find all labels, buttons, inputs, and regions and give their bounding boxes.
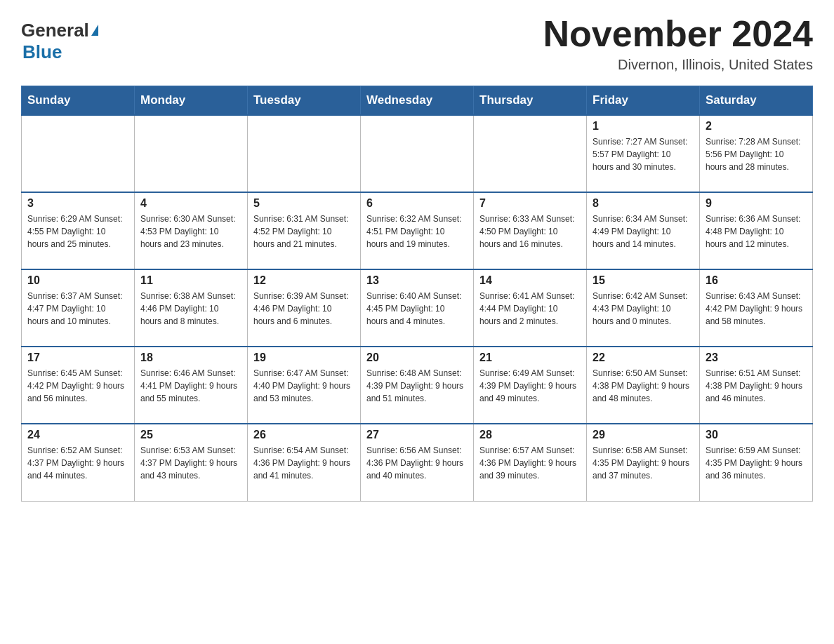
- day-cell: 28Sunrise: 6:57 AM Sunset: 4:36 PM Dayli…: [474, 424, 587, 501]
- day-number: 28: [479, 429, 581, 441]
- day-info: Sunrise: 6:41 AM Sunset: 4:44 PM Dayligh…: [479, 290, 581, 328]
- day-info: Sunrise: 6:59 AM Sunset: 4:35 PM Dayligh…: [706, 444, 807, 482]
- day-number: 20: [366, 351, 468, 364]
- day-cell: 8Sunrise: 6:34 AM Sunset: 4:49 PM Daylig…: [587, 192, 700, 269]
- day-number: 9: [706, 197, 807, 210]
- day-cell: 13Sunrise: 6:40 AM Sunset: 4:45 PM Dayli…: [361, 269, 474, 347]
- column-header-thursday: Thursday: [474, 86, 587, 116]
- day-info: Sunrise: 6:38 AM Sunset: 4:46 PM Dayligh…: [140, 290, 241, 328]
- day-info: Sunrise: 6:52 AM Sunset: 4:37 PM Dayligh…: [27, 444, 128, 482]
- title-area: November 2024 Divernon, Illinois, United…: [543, 14, 813, 73]
- day-number: 2: [706, 120, 807, 133]
- day-number: 30: [706, 429, 807, 441]
- day-number: 18: [140, 351, 241, 364]
- day-info: Sunrise: 6:54 AM Sunset: 4:36 PM Dayligh…: [253, 444, 355, 482]
- day-number: 12: [253, 274, 355, 287]
- header-area: General Blue November 2024 Divernon, Ill…: [21, 14, 813, 73]
- day-cell: 7Sunrise: 6:33 AM Sunset: 4:50 PM Daylig…: [474, 192, 587, 269]
- day-number: 16: [706, 274, 807, 287]
- day-cell: 25Sunrise: 6:53 AM Sunset: 4:37 PM Dayli…: [135, 424, 248, 501]
- day-cell: 18Sunrise: 6:46 AM Sunset: 4:41 PM Dayli…: [135, 347, 248, 424]
- day-cell: 3Sunrise: 6:29 AM Sunset: 4:55 PM Daylig…: [22, 192, 135, 269]
- logo-blue-text: Blue: [22, 41, 62, 63]
- day-info: Sunrise: 6:51 AM Sunset: 4:38 PM Dayligh…: [706, 367, 807, 405]
- day-number: 29: [593, 429, 694, 441]
- day-info: Sunrise: 6:56 AM Sunset: 4:36 PM Dayligh…: [366, 444, 468, 482]
- day-info: Sunrise: 6:47 AM Sunset: 4:40 PM Dayligh…: [253, 367, 355, 405]
- day-number: 21: [479, 351, 581, 364]
- day-number: 8: [593, 197, 694, 210]
- day-info: Sunrise: 6:34 AM Sunset: 4:49 PM Dayligh…: [593, 213, 694, 250]
- logo: General Blue: [21, 14, 98, 63]
- logo-triangle-icon: [91, 25, 98, 36]
- day-cell: 14Sunrise: 6:41 AM Sunset: 4:44 PM Dayli…: [474, 269, 587, 347]
- day-number: 24: [27, 429, 128, 441]
- day-cell: 19Sunrise: 6:47 AM Sunset: 4:40 PM Dayli…: [248, 347, 361, 424]
- day-info: Sunrise: 6:43 AM Sunset: 4:42 PM Dayligh…: [706, 290, 807, 328]
- week-row-3: 10Sunrise: 6:37 AM Sunset: 4:47 PM Dayli…: [22, 269, 813, 347]
- day-cell: [361, 115, 474, 192]
- calendar-header-row: SundayMondayTuesdayWednesdayThursdayFrid…: [22, 86, 813, 116]
- day-info: Sunrise: 6:33 AM Sunset: 4:50 PM Dayligh…: [479, 213, 581, 250]
- day-number: 13: [366, 274, 468, 287]
- day-cell: [135, 115, 248, 192]
- day-cell: 23Sunrise: 6:51 AM Sunset: 4:38 PM Dayli…: [700, 347, 813, 424]
- day-number: 11: [140, 274, 241, 287]
- day-cell: 5Sunrise: 6:31 AM Sunset: 4:52 PM Daylig…: [248, 192, 361, 269]
- day-number: 6: [366, 197, 468, 210]
- day-info: Sunrise: 6:31 AM Sunset: 4:52 PM Dayligh…: [253, 213, 355, 250]
- day-info: Sunrise: 6:49 AM Sunset: 4:39 PM Dayligh…: [479, 367, 581, 405]
- day-info: Sunrise: 6:39 AM Sunset: 4:46 PM Dayligh…: [253, 290, 355, 328]
- day-info: Sunrise: 6:37 AM Sunset: 4:47 PM Dayligh…: [27, 290, 128, 328]
- day-info: Sunrise: 6:46 AM Sunset: 4:41 PM Dayligh…: [140, 367, 241, 405]
- day-cell: 1Sunrise: 7:27 AM Sunset: 5:57 PM Daylig…: [587, 115, 700, 192]
- day-cell: 20Sunrise: 6:48 AM Sunset: 4:39 PM Dayli…: [361, 347, 474, 424]
- day-cell: 21Sunrise: 6:49 AM Sunset: 4:39 PM Dayli…: [474, 347, 587, 424]
- day-info: Sunrise: 6:40 AM Sunset: 4:45 PM Dayligh…: [366, 290, 468, 328]
- day-info: Sunrise: 6:45 AM Sunset: 4:42 PM Dayligh…: [27, 367, 128, 405]
- day-number: 27: [366, 429, 468, 441]
- week-row-5: 24Sunrise: 6:52 AM Sunset: 4:37 PM Dayli…: [22, 424, 813, 501]
- day-info: Sunrise: 6:36 AM Sunset: 4:48 PM Dayligh…: [706, 213, 807, 250]
- day-cell: 4Sunrise: 6:30 AM Sunset: 4:53 PM Daylig…: [135, 192, 248, 269]
- day-info: Sunrise: 6:58 AM Sunset: 4:35 PM Dayligh…: [593, 444, 694, 482]
- day-info: Sunrise: 6:50 AM Sunset: 4:38 PM Dayligh…: [593, 367, 694, 405]
- day-info: Sunrise: 6:53 AM Sunset: 4:37 PM Dayligh…: [140, 444, 241, 482]
- day-cell: [248, 115, 361, 192]
- page-subtitle: Divernon, Illinois, United States: [543, 57, 813, 73]
- week-row-2: 3Sunrise: 6:29 AM Sunset: 4:55 PM Daylig…: [22, 192, 813, 269]
- day-number: 15: [593, 274, 694, 287]
- logo-general-text: General: [21, 20, 89, 41]
- day-number: 23: [706, 351, 807, 364]
- day-info: Sunrise: 6:57 AM Sunset: 4:36 PM Dayligh…: [479, 444, 581, 482]
- day-cell: 30Sunrise: 6:59 AM Sunset: 4:35 PM Dayli…: [700, 424, 813, 501]
- day-number: 25: [140, 429, 241, 441]
- day-info: Sunrise: 7:27 AM Sunset: 5:57 PM Dayligh…: [593, 135, 694, 173]
- day-info: Sunrise: 6:30 AM Sunset: 4:53 PM Dayligh…: [140, 213, 241, 250]
- day-cell: 24Sunrise: 6:52 AM Sunset: 4:37 PM Dayli…: [22, 424, 135, 501]
- day-info: Sunrise: 7:28 AM Sunset: 5:56 PM Dayligh…: [706, 135, 807, 173]
- day-cell: 15Sunrise: 6:42 AM Sunset: 4:43 PM Dayli…: [587, 269, 700, 347]
- day-number: 19: [253, 351, 355, 364]
- day-number: 10: [27, 274, 128, 287]
- week-row-1: 1Sunrise: 7:27 AM Sunset: 5:57 PM Daylig…: [22, 115, 813, 192]
- day-cell: [474, 115, 587, 192]
- calendar-table: SundayMondayTuesdayWednesdayThursdayFrid…: [21, 86, 813, 502]
- day-number: 7: [479, 197, 581, 210]
- column-header-saturday: Saturday: [700, 86, 813, 116]
- day-number: 26: [253, 429, 355, 441]
- day-number: 4: [140, 197, 241, 210]
- day-cell: 9Sunrise: 6:36 AM Sunset: 4:48 PM Daylig…: [700, 192, 813, 269]
- column-header-sunday: Sunday: [22, 86, 135, 116]
- day-number: 17: [27, 351, 128, 364]
- day-number: 5: [253, 197, 355, 210]
- day-cell: 6Sunrise: 6:32 AM Sunset: 4:51 PM Daylig…: [361, 192, 474, 269]
- day-cell: 16Sunrise: 6:43 AM Sunset: 4:42 PM Dayli…: [700, 269, 813, 347]
- day-number: 3: [27, 197, 128, 210]
- day-cell: 22Sunrise: 6:50 AM Sunset: 4:38 PM Dayli…: [587, 347, 700, 424]
- day-number: 22: [593, 351, 694, 364]
- page-title: November 2024: [543, 14, 813, 54]
- week-row-4: 17Sunrise: 6:45 AM Sunset: 4:42 PM Dayli…: [22, 347, 813, 424]
- column-header-wednesday: Wednesday: [361, 86, 474, 116]
- column-header-monday: Monday: [135, 86, 248, 116]
